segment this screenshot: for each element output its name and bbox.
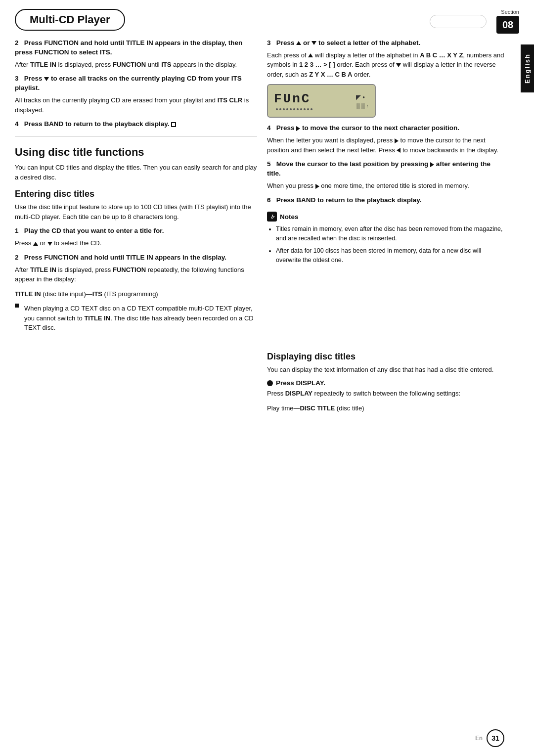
right-step3-body: Each press of will display a letter of t…	[267, 50, 504, 80]
footer-lang: En	[475, 735, 483, 742]
bottom-content: Displaying disc titles You can display t…	[0, 345, 534, 418]
display-dot	[297, 108, 299, 110]
entering-step2-functions: TITLE IN (disc title input)—ITS (ITS pro…	[15, 289, 257, 299]
filled-circle-icon	[267, 380, 273, 386]
top-step2-body: After TITLE IN is displayed, press FUNCT…	[15, 60, 257, 70]
footer-page: 31	[487, 729, 504, 747]
square-bullet-icon	[15, 304, 19, 308]
main-content: 2 Press FUNCTION and hold until TITLE IN…	[0, 34, 534, 345]
displaying-step1-heading: Press DISPLAY.	[267, 379, 504, 387]
section-number: 08	[496, 16, 519, 34]
page-header: Multi-CD Player Section 08	[0, 0, 534, 34]
top-step2-heading: 2 Press FUNCTION and hold until TITLE IN…	[15, 39, 257, 57]
entering-step1-body: Press or to select the CD.	[15, 238, 257, 248]
top-step-2: 2 Press FUNCTION and hold until TITLE IN…	[15, 39, 257, 137]
notes-list: Titles remain in memory, even after the …	[267, 224, 504, 265]
english-tab: English	[521, 44, 534, 92]
notes-section: 𝓫 Notes Titles remain in memory, even af…	[267, 212, 504, 265]
displaying-step1-body: Press DISPLAY repeatedly to switch betwe…	[267, 389, 504, 399]
display-dot	[286, 108, 288, 110]
note-item-2: After data for 100 discs has been stored…	[276, 246, 504, 265]
top-step4-heading: 4 Press BAND to return to the playback d…	[15, 120, 257, 129]
left-column: 2 Press FUNCTION and hold until TITLE IN…	[15, 39, 257, 335]
top-step3-heading: 3 Press to erase all tracks on the curre…	[15, 74, 257, 93]
displaying-heading: Displaying disc titles	[267, 352, 504, 362]
page-title: Multi-CD Player	[15, 9, 125, 31]
displaying-intro: You can display the text information of …	[267, 365, 504, 375]
notes-heading: 𝓫 Notes	[267, 212, 504, 222]
display-dot	[300, 108, 302, 110]
right-step4-body: When the letter you want is displayed, p…	[267, 135, 504, 155]
entering-step2-heading: 2 Press FUNCTION and hold until TITLE IN…	[15, 253, 257, 263]
display-dot	[307, 108, 309, 110]
right-step3-heading: 3 Press or to select a letter of the alp…	[267, 39, 504, 48]
entering-body: Use the disc title input feature to stor…	[15, 202, 257, 222]
main-section-intro: You can input CD titles and display the …	[15, 163, 257, 182]
entering-heading: Entering disc titles	[15, 189, 257, 199]
footer: En 31	[475, 729, 504, 747]
display-dot	[290, 108, 292, 110]
main-section-heading: Using disc title functions	[15, 146, 257, 159]
notes-icon: 𝓫	[267, 212, 277, 222]
display-text: FUnC	[274, 91, 311, 106]
entering-step2-body: After TITLE IN is displayed, press FUNCT…	[15, 265, 257, 284]
display-dot	[311, 108, 312, 110]
displaying-step1-settings: Play time—DISC TITLE (disc title)	[267, 403, 504, 413]
header-right-box	[430, 15, 487, 28]
entering-step1-heading: 1 Play the CD that you want to enter a t…	[15, 226, 257, 236]
displaying-section: Displaying disc titles You can display t…	[267, 345, 504, 418]
entering-step2-note: When playing a CD TEXT disc on a CD TEXT…	[15, 304, 257, 333]
display-dot	[279, 108, 281, 110]
bottom-left	[15, 345, 257, 418]
right-step6-heading: 6 Press BAND to return to the playback d…	[267, 196, 504, 205]
display-image: FUnC	[267, 84, 376, 118]
right-step4-heading: 4 Press to move the cursor to the next c…	[267, 124, 504, 133]
top-step3-body: All tracks on the currently playing CD a…	[15, 95, 257, 115]
right-step5-body: When you press one more time, the entere…	[267, 181, 504, 191]
display-dot	[283, 108, 285, 110]
section-badge: Section 08	[496, 9, 519, 34]
section-label: Section	[501, 9, 519, 15]
right-step5-heading: 5 Move the cursor to the last position b…	[267, 160, 504, 178]
right-column: 3 Press or to select a letter of the alp…	[267, 39, 504, 335]
display-dot	[293, 108, 295, 110]
display-dot	[276, 108, 278, 110]
display-dot	[304, 108, 306, 110]
note-item-1: Titles remain in memory, even after the …	[276, 224, 504, 243]
